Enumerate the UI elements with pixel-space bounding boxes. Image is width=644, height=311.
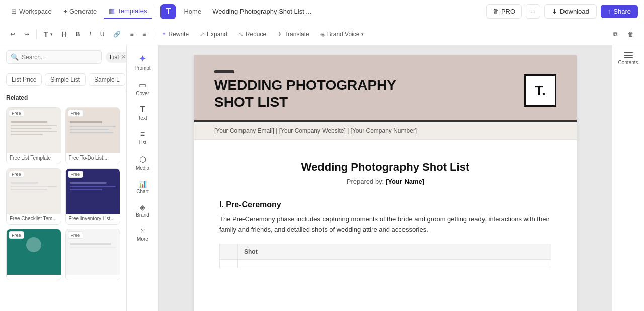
tab-list-price[interactable]: List Price [6,73,42,86]
toolbar-right: ⧉ 🗑 [609,28,638,40]
download-button[interactable]: ⬇ Download [544,4,597,19]
template-thumbnail: Free [7,169,61,214]
chart-icon: 📊 [138,180,147,188]
template-name: Free Inventory List... [66,214,120,224]
sidebar-item-more[interactable]: ⁙ More [127,223,158,246]
brand-voice-button[interactable]: ◈ Brand Voice ▾ [315,28,369,40]
list-icon: ≡ [130,31,133,38]
related-label: Related [0,90,126,103]
sidebar-item-media[interactable]: ⬡ Media [127,150,158,175]
search-input[interactable] [22,54,97,61]
brand-voice-chevron: ▾ [361,32,364,37]
undo-button[interactable]: ↩ [6,28,19,40]
contents-button[interactable]: Contents [615,49,641,68]
doc-header-title: WEDDING PHOTOGRAPHY SHOT LIST [214,76,396,110]
tab-sample-list[interactable]: Sample L [89,73,125,86]
more-icon: ⁙ [140,227,146,235]
underline-button[interactable]: U [96,28,109,40]
italic-icon: I [89,31,91,38]
left-sidebar: 🔍 List ✕ List Price Simple List Sample L… [0,45,127,311]
home-nav[interactable]: Home [179,5,206,18]
templates-label: Templates [117,7,147,15]
list-item[interactable]: Free Free Checklist Tem... [6,168,61,225]
list-item[interactable]: Free [6,229,61,280]
redo-button[interactable]: ↪ [20,28,33,40]
generate-label: + Generate [64,8,97,15]
template-name: Free Checklist Tem... [7,214,61,224]
bold-button[interactable]: B [72,28,85,40]
toolbar-sep-1 [36,29,37,39]
template-name [7,275,61,280]
search-input-wrap[interactable]: 🔍 [6,50,102,64]
translate-button[interactable]: ✈ Translate [272,28,314,40]
brand-voice-icon: ◈ [320,31,325,38]
tab-simple-list[interactable]: Simple List [45,73,86,86]
sidebar-item-text[interactable]: T Text [127,101,158,125]
bold-icon: B [76,31,80,38]
trash-icon: 🗑 [628,31,634,38]
reduce-label: Reduce [246,31,266,38]
templates-nav[interactable]: ▦ Templates [104,4,152,19]
sidebar-item-cover[interactable]: ▭ Cover [127,76,158,100]
editor-toolbar: ↩ ↪ T ▾ H B I U 🔗 ≡ ≡ ✦ Rewrite ⤢ Expand… [0,23,644,45]
table-header-num [220,244,238,259]
templates-icon: ▦ [109,7,115,15]
list-filter-badge[interactable]: List ✕ [106,52,127,63]
free-badge: Free [9,231,24,239]
more-label: More [137,236,148,242]
nav-right: ♛ PRO ··· ⬇ Download ↑ Share [486,4,638,19]
pro-button[interactable]: ♛ PRO [486,4,522,19]
grid-icon: ⊞ [11,8,17,15]
list-button[interactable]: ≡ [126,28,137,40]
section-1-title: I. Pre-Ceremony [219,200,551,209]
list-label: List [139,140,147,145]
free-badge: Free [68,110,84,117]
list-item[interactable]: Free Free List Template [6,107,61,164]
contents-label: Contents [618,60,638,65]
share-icon: ↑ [608,8,611,15]
table-cell-num [220,259,238,268]
sidebar-item-list[interactable]: ≡ List [127,126,158,149]
sidebar-search-bar: 🔍 List ✕ [0,45,126,69]
doc-logo: T. [524,74,556,107]
media-label: Media [136,165,149,171]
redo-icon: ↪ [24,31,29,38]
share-button[interactable]: ↑ Share [601,5,638,18]
list-item[interactable]: Free [65,229,121,280]
copy-icon: ⧉ [613,31,618,38]
sidebar-item-chart[interactable]: 📊 Chart [127,176,158,198]
sidebar-item-brand[interactable]: ◈ Brand [127,199,158,222]
text-sidebar-icon: T [140,105,145,114]
prepared-by-label: Prepared by: [347,178,384,185]
delete-button[interactable]: 🗑 [624,28,638,40]
document: WEDDING PHOTOGRAPHY SHOT LIST T. [Your C… [194,55,577,311]
sidebar-item-prompt[interactable]: ✦ Prompt [127,49,158,75]
reduce-button[interactable]: ⤡ Reduce [233,28,271,40]
download-icon: ⬇ [552,8,557,15]
crown-icon: ♛ [493,8,499,15]
list-item[interactable]: Free Free To-Do List... [65,107,121,164]
template-grid: Free Free List Template Free [0,103,126,284]
workspace-label: Workspace [19,8,52,15]
generate-nav[interactable]: + Generate [59,5,102,18]
brand-icon: ◈ [140,203,145,211]
text-icon: T [44,30,48,38]
template-thumbnail: Free [7,108,61,153]
text-style-button[interactable]: T ▾ [40,28,57,41]
list-badge-close[interactable]: ✕ [121,54,126,60]
more-button[interactable]: ··· [526,4,540,19]
nav-separator [156,7,156,17]
heading-button[interactable]: H [58,28,71,41]
rewrite-button[interactable]: ✦ Rewrite [156,28,194,40]
workspace-nav[interactable]: ⊞ Workspace [6,5,57,18]
heading-icon: H [62,30,67,38]
expand-label: Expand [207,31,227,38]
expand-button[interactable]: ⤢ Expand [195,28,232,40]
list-item[interactable]: Free Free Inventory List... [65,168,121,225]
chevron-down-icon: ▾ [50,32,53,37]
italic-button[interactable]: I [85,28,95,40]
copy-button[interactable]: ⧉ [609,28,622,40]
share-label: Share [613,8,631,15]
link-button[interactable]: 🔗 [109,28,125,40]
align-button[interactable]: ≡ [138,28,150,40]
